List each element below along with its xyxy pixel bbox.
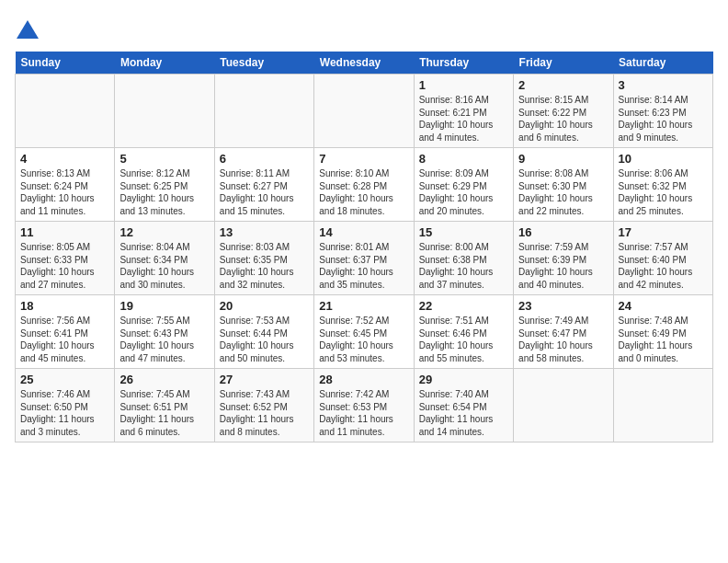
page-header [15,15,713,44]
calendar-cell: 11Sunrise: 8:05 AM Sunset: 6:33 PM Dayli… [16,222,115,295]
day-number: 8 [419,152,508,166]
header-saturday: Saturday [613,52,712,75]
day-number: 27 [220,373,309,386]
day-info: Sunrise: 7:56 AM Sunset: 6:41 PM Dayligh… [20,315,109,364]
svg-marker-0 [17,20,39,39]
day-info: Sunrise: 8:06 AM Sunset: 6:32 PM Dayligh… [619,167,708,217]
calendar-cell: 24Sunrise: 7:48 AM Sunset: 6:49 PM Dayli… [613,295,712,369]
day-number: 19 [119,299,209,313]
calendar-cell: 28Sunrise: 7:42 AM Sunset: 6:53 PM Dayli… [314,369,414,442]
day-info: Sunrise: 7:55 AM Sunset: 6:43 PM Dayligh… [119,315,209,364]
calendar-cell: 26Sunrise: 7:45 AM Sunset: 6:51 PM Dayli… [115,369,214,442]
calendar-cell: 21Sunrise: 7:52 AM Sunset: 6:45 PM Dayli… [314,295,414,369]
header-wednesday: Wednesday [314,52,414,75]
day-info: Sunrise: 8:14 AM Sunset: 6:23 PM Dayligh… [619,94,708,144]
calendar-cell: 5Sunrise: 8:12 AM Sunset: 6:25 PM Daylig… [115,148,214,222]
day-number: 21 [319,299,408,313]
day-info: Sunrise: 8:03 AM Sunset: 6:35 PM Dayligh… [220,241,309,291]
week-row-0: 1Sunrise: 8:16 AM Sunset: 6:21 PM Daylig… [16,75,713,148]
day-info: Sunrise: 8:13 AM Sunset: 6:24 PM Dayligh… [20,167,109,217]
logo-icon [15,18,40,44]
day-info: Sunrise: 8:05 AM Sunset: 6:33 PM Dayligh… [20,241,109,291]
day-info: Sunrise: 8:11 AM Sunset: 6:27 PM Dayligh… [220,167,309,217]
header-row: SundayMondayTuesdayWednesdayThursdayFrid… [16,52,713,75]
calendar-cell [514,369,613,442]
calendar-cell: 17Sunrise: 7:57 AM Sunset: 6:40 PM Dayli… [613,222,712,295]
day-info: Sunrise: 8:00 AM Sunset: 6:38 PM Dayligh… [419,241,508,291]
calendar-table: SundayMondayTuesdayWednesdayThursdayFrid… [15,52,713,442]
day-number: 20 [220,299,309,313]
day-info: Sunrise: 7:49 AM Sunset: 6:47 PM Dayligh… [518,315,608,364]
day-info: Sunrise: 7:57 AM Sunset: 6:40 PM Dayligh… [619,241,708,291]
calendar-cell: 8Sunrise: 8:09 AM Sunset: 6:29 PM Daylig… [414,148,513,222]
day-info: Sunrise: 7:48 AM Sunset: 6:49 PM Dayligh… [619,315,708,364]
day-info: Sunrise: 8:12 AM Sunset: 6:25 PM Dayligh… [119,167,209,217]
day-info: Sunrise: 8:16 AM Sunset: 6:21 PM Dayligh… [419,94,508,144]
day-info: Sunrise: 7:40 AM Sunset: 6:54 PM Dayligh… [419,388,508,438]
day-number: 6 [220,152,309,166]
calendar-cell: 16Sunrise: 7:59 AM Sunset: 6:39 PM Dayli… [514,222,613,295]
day-number: 9 [518,152,608,166]
header-monday: Monday [115,52,214,75]
calendar-cell: 10Sunrise: 8:06 AM Sunset: 6:32 PM Dayli… [613,148,712,222]
week-row-1: 4Sunrise: 8:13 AM Sunset: 6:24 PM Daylig… [16,148,713,222]
calendar-cell: 19Sunrise: 7:55 AM Sunset: 6:43 PM Dayli… [115,295,214,369]
calendar-cell: 23Sunrise: 7:49 AM Sunset: 6:47 PM Dayli… [514,295,613,369]
calendar-cell: 27Sunrise: 7:43 AM Sunset: 6:52 PM Dayli… [214,369,313,442]
day-number: 15 [419,225,508,239]
day-number: 25 [20,373,109,386]
day-info: Sunrise: 7:52 AM Sunset: 6:45 PM Dayligh… [319,315,408,364]
calendar-cell: 20Sunrise: 7:53 AM Sunset: 6:44 PM Dayli… [214,295,313,369]
calendar-cell: 25Sunrise: 7:46 AM Sunset: 6:50 PM Dayli… [16,369,115,442]
calendar-cell: 12Sunrise: 8:04 AM Sunset: 6:34 PM Dayli… [115,222,214,295]
day-info: Sunrise: 8:01 AM Sunset: 6:37 PM Dayligh… [319,241,408,291]
header-thursday: Thursday [414,52,513,75]
day-info: Sunrise: 7:45 AM Sunset: 6:51 PM Dayligh… [119,388,209,438]
day-info: Sunrise: 7:46 AM Sunset: 6:50 PM Dayligh… [20,388,109,438]
day-info: Sunrise: 7:42 AM Sunset: 6:53 PM Dayligh… [319,388,408,438]
day-number: 28 [319,373,408,386]
calendar-cell: 3Sunrise: 8:14 AM Sunset: 6:23 PM Daylig… [613,75,712,148]
calendar-cell: 13Sunrise: 8:03 AM Sunset: 6:35 PM Dayli… [214,222,313,295]
calendar-cell [115,75,214,148]
calendar-cell: 18Sunrise: 7:56 AM Sunset: 6:41 PM Dayli… [16,295,115,369]
day-number: 26 [119,373,209,386]
calendar-cell: 4Sunrise: 8:13 AM Sunset: 6:24 PM Daylig… [16,148,115,222]
calendar-cell: 1Sunrise: 8:16 AM Sunset: 6:21 PM Daylig… [414,75,513,148]
day-number: 11 [20,225,109,239]
day-info: Sunrise: 8:10 AM Sunset: 6:28 PM Dayligh… [319,167,408,217]
day-number: 16 [518,225,608,239]
calendar-header: SundayMondayTuesdayWednesdayThursdayFrid… [16,52,713,75]
day-number: 1 [419,78,508,92]
calendar-cell: 6Sunrise: 8:11 AM Sunset: 6:27 PM Daylig… [214,148,313,222]
day-number: 24 [619,299,708,313]
calendar-cell: 2Sunrise: 8:15 AM Sunset: 6:22 PM Daylig… [514,75,613,148]
calendar-cell [214,75,313,148]
calendar-cell [314,75,414,148]
header-friday: Friday [514,52,613,75]
day-number: 17 [619,225,708,239]
day-number: 14 [319,225,408,239]
header-sunday: Sunday [16,52,115,75]
calendar-cell: 29Sunrise: 7:40 AM Sunset: 6:54 PM Dayli… [414,369,513,442]
day-number: 23 [518,299,608,313]
week-row-2: 11Sunrise: 8:05 AM Sunset: 6:33 PM Dayli… [16,222,713,295]
day-info: Sunrise: 7:51 AM Sunset: 6:46 PM Dayligh… [419,315,508,364]
day-info: Sunrise: 7:53 AM Sunset: 6:44 PM Dayligh… [220,315,309,364]
week-row-3: 18Sunrise: 7:56 AM Sunset: 6:41 PM Dayli… [16,295,713,369]
calendar-cell: 9Sunrise: 8:08 AM Sunset: 6:30 PM Daylig… [514,148,613,222]
calendar-cell: 7Sunrise: 8:10 AM Sunset: 6:28 PM Daylig… [314,148,414,222]
day-info: Sunrise: 8:15 AM Sunset: 6:22 PM Dayligh… [518,94,608,144]
calendar-cell: 22Sunrise: 7:51 AM Sunset: 6:46 PM Dayli… [414,295,513,369]
day-number: 10 [619,152,708,166]
day-info: Sunrise: 7:43 AM Sunset: 6:52 PM Dayligh… [220,388,309,438]
day-info: Sunrise: 7:59 AM Sunset: 6:39 PM Dayligh… [518,241,608,291]
day-info: Sunrise: 8:08 AM Sunset: 6:30 PM Dayligh… [518,167,608,217]
day-number: 29 [419,373,508,386]
day-number: 13 [220,225,309,239]
day-number: 3 [619,78,708,92]
calendar-cell: 14Sunrise: 8:01 AM Sunset: 6:37 PM Dayli… [314,222,414,295]
calendar-cell: 15Sunrise: 8:00 AM Sunset: 6:38 PM Dayli… [414,222,513,295]
day-number: 5 [119,152,209,166]
day-number: 22 [419,299,508,313]
